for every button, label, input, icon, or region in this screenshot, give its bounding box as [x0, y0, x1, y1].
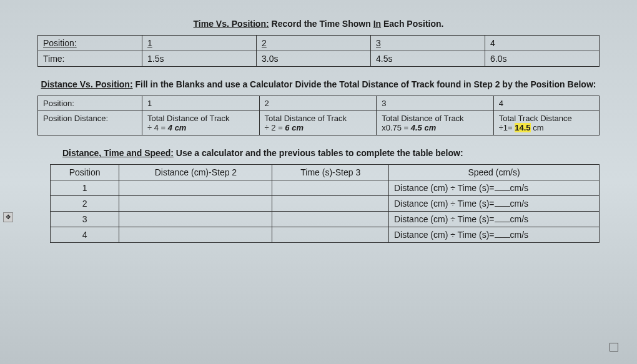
table-row: 1 Distance (cm) ÷ Time (s)=cm/s: [51, 180, 600, 196]
distance-cell-2: Total Distance of Track ÷ 2 = 6 cm: [259, 111, 377, 135]
position-header: Position: [51, 165, 119, 180]
distance-cell-1: Total Distance of Track ÷ 4 = 4 cm: [142, 111, 260, 135]
row-distance: [119, 196, 272, 212]
table-row: Position: 1 2 3 4: [38, 96, 600, 111]
table-row: 2 Distance (cm) ÷ Time (s)=cm/s: [51, 196, 600, 212]
section3-title-prefix: Distance, Time and Speed:: [62, 148, 174, 158]
time-cell: 3.0s: [257, 51, 371, 67]
row-distance: [119, 227, 272, 243]
row-position: 1: [51, 180, 119, 196]
row-time: [272, 180, 389, 196]
table-row: 3 Distance (cm) ÷ Time (s)=cm/s: [51, 212, 600, 227]
row-position: 2: [51, 196, 119, 212]
section3-title-rest: Use a calculator and the previous tables…: [174, 148, 463, 158]
time-position-table: Position: 1 2 3 4 Time: 1.5s 3.0s 4.5s 6…: [37, 35, 600, 67]
section2-title: Distance Vs. Position: Fill in the Blank…: [37, 79, 600, 89]
row-speed: Distance (cm) ÷ Time (s)=cm/s: [389, 212, 600, 227]
section1-title: Time Vs. Position: Record the Time Shown…: [37, 19, 600, 29]
speed-header: Speed (cm/s): [389, 165, 600, 180]
section1-title-prefix: Time Vs. Position:: [194, 19, 269, 29]
section1-title-rest: Record the Time Shown: [269, 19, 373, 29]
speed-table: Position Distance (cm)-Step 2 Time (s)-S…: [50, 164, 600, 243]
position-distance-label: Position Distance:: [38, 111, 142, 135]
time-header: Time (s)-Step 3: [272, 165, 389, 180]
position-row-label: Position:: [38, 36, 142, 51]
time-cell: 6.0s: [485, 51, 600, 67]
row-distance: [119, 180, 272, 196]
section2-title-prefix: Distance Vs. Position:: [41, 79, 133, 89]
table-row: Time: 1.5s 3.0s 4.5s 6.0s: [38, 51, 600, 67]
row-speed: Distance (cm) ÷ Time (s)=cm/s: [389, 180, 600, 196]
distance-position-table: Position: 1 2 3 4 Position Distance: Tot…: [37, 96, 600, 135]
row-position: 3: [51, 212, 119, 227]
position-cell: 1: [142, 96, 260, 111]
table-row: Position: 1 2 3 4: [38, 36, 600, 51]
position-row-label: Position:: [38, 96, 142, 111]
distance-cell-3: Total Distance of Track x0.75 = 4.5 cm: [377, 111, 494, 135]
table-row: Position Distance: Total Distance of Tra…: [38, 111, 600, 135]
time-cell: 1.5s: [142, 51, 257, 67]
row-time: [272, 212, 389, 227]
position-cell: 4: [493, 96, 599, 111]
position-cell: 3: [377, 96, 494, 111]
time-row-label: Time:: [38, 51, 142, 67]
section1-title-in: In: [373, 19, 381, 29]
section3-title: Distance, Time and Speed: Use a calculat…: [62, 148, 600, 158]
position-cell: 2: [259, 96, 377, 111]
section2-title-rest: Fill in the Blanks and use a Calculator …: [133, 79, 596, 89]
row-time: [272, 196, 389, 212]
distance-cell-4: Total Track Distance ÷1= 14.5 cm: [493, 111, 599, 135]
row-speed: Distance (cm) ÷ Time (s)=cm/s: [389, 227, 600, 243]
table-row: 4 Distance (cm) ÷ Time (s)=cm/s: [51, 227, 600, 243]
row-time: [272, 227, 389, 243]
time-cell: 4.5s: [371, 51, 485, 67]
position-cell: 4: [485, 36, 600, 51]
position-cell: 2: [257, 36, 371, 51]
checkbox-icon: [610, 343, 618, 352]
position-cell: 1: [142, 36, 257, 51]
section1-title-end: Each Position.: [381, 19, 443, 29]
row-position: 4: [51, 227, 119, 243]
row-speed: Distance (cm) ÷ Time (s)=cm/s: [389, 196, 600, 212]
row-distance: [119, 212, 272, 227]
move-handle-icon: ✥: [3, 212, 13, 222]
distance-header: Distance (cm)-Step 2: [119, 165, 272, 180]
table-header-row: Position Distance (cm)-Step 2 Time (s)-S…: [51, 165, 600, 180]
position-cell: 3: [371, 36, 485, 51]
